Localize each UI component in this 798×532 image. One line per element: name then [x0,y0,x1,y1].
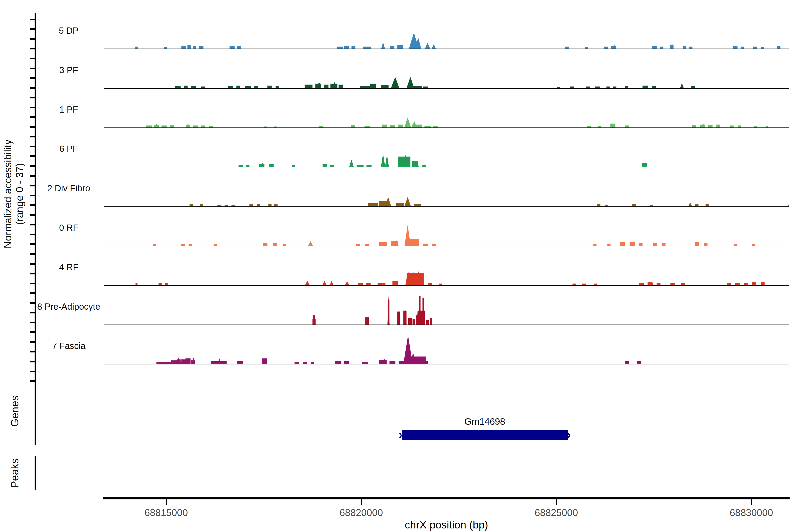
track-signal [104,209,789,246]
y-axis-tick [30,48,36,50]
y-axis-tick [30,234,36,235]
y-axis-tick [30,58,36,59]
gene-name-label: Gm14698 [464,416,505,427]
y-axis-tick [30,361,36,362]
x-axis-title: chrX position (bp) [405,519,488,531]
y-axis-tick [30,175,36,177]
track-baseline [104,285,789,286]
y-axis-tick [30,28,36,30]
y-axis-label-line2: (range 0 - 37) [14,140,25,248]
track-label: 5 DP [59,26,79,36]
track-label: 7 Fascia [52,341,86,351]
y-axis-tick [30,116,36,118]
y-axis-tick [30,19,36,20]
track-signal [104,12,789,49]
y-axis-tick [30,283,36,284]
y-axis-tick [30,38,36,40]
y-axis-tick [30,155,36,157]
track-signal [104,327,789,364]
track-baseline [104,49,789,49]
y-axis-tick [30,253,36,255]
track-baseline [104,128,789,128]
y-axis-tick [30,185,36,186]
y-axis-tick [30,312,36,314]
y-axis-tick [30,243,36,245]
y-axis-tick [30,263,36,265]
y-axis-tick [30,214,36,216]
y-axis-tick [30,273,36,274]
y-axis-tick [30,204,36,206]
track-label: 2 Div Fibro [47,183,90,193]
y-axis-tick [30,331,36,333]
y-axis-label-line1: Normalized accessibility [2,140,14,248]
y-axis-tick [30,370,36,372]
track-signal [104,170,789,207]
track-signal [104,288,789,325]
x-axis-tick [166,499,167,506]
y-axis-tick [30,322,36,323]
y-axis-tick [30,87,36,89]
track-baseline [104,364,789,364]
track-label: 8 Pre-Adipocyte [37,302,100,311]
genes-axis-line [35,377,36,445]
track-baseline [104,88,789,89]
y-axis-tick [30,165,36,167]
track-label: 1 PF [59,104,78,114]
x-tick-label: 68815000 [145,507,188,518]
track-baseline [104,167,789,167]
track-baseline [104,206,789,207]
gene-body-bar [402,430,568,440]
x-tick-label: 68820000 [340,507,383,518]
track-signal [104,91,789,128]
y-axis-tick [30,107,36,108]
y-axis-tick [30,146,36,147]
y-axis-tick [30,126,36,128]
y-axis-tick [30,136,36,137]
y-axis-tick [30,195,36,196]
x-axis-tick [361,499,362,506]
x-tick-label: 68830000 [730,507,773,518]
track-signal [104,130,789,167]
peaks-section-label: Peaks [8,458,21,488]
track-baseline [104,246,789,246]
coverage-plot: Normalized accessibility (range 0 - 37) … [0,0,798,532]
y-axis-tick [30,224,36,225]
y-axis-tick [30,77,36,79]
x-axis-tick [751,499,752,506]
y-axis-tick [30,341,36,343]
track-label: 0 RF [59,223,78,233]
y-axis-tick [30,302,36,304]
track-label: 6 PF [59,144,78,154]
track-signal [104,52,789,89]
x-axis-line [103,497,790,499]
y-axis-tick [30,97,36,98]
y-axis-tick [30,68,36,69]
y-axis-tick [30,292,36,294]
x-axis-tick [556,499,557,506]
peaks-axis-line [35,456,36,490]
gene-strand-arrow-left-icon: › [399,429,402,440]
genes-section-label: Genes [8,396,21,427]
y-axis-tick [30,351,36,353]
x-tick-label: 68825000 [535,507,578,518]
track-baseline [104,324,789,325]
gene-strand-arrow-right-icon: › [567,429,571,440]
track-label: 3 PF [59,65,78,75]
y-axis-label: Normalized accessibility (range 0 - 37) [2,140,25,248]
track-label: 4 RF [59,262,78,272]
track-signal [104,249,789,285]
